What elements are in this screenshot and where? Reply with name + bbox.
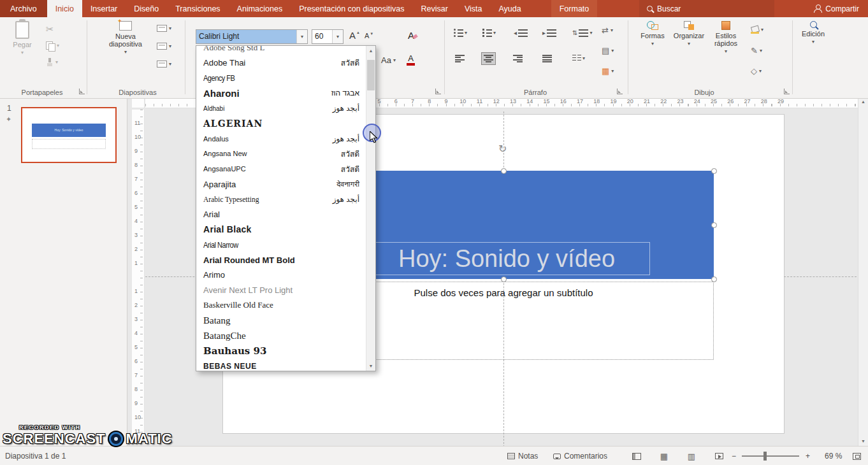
align-right-button[interactable]	[510, 52, 525, 65]
font-dialog-launcher[interactable]	[435, 89, 441, 94]
tab-inicio[interactable]: Inicio	[47, 0, 82, 17]
font-option[interactable]: Andalusأبجد هوز	[203, 131, 362, 147]
font-option[interactable]: Arial Narrow	[203, 237, 362, 252]
zoom-slider-track[interactable]	[742, 455, 799, 457]
justify-button[interactable]	[540, 52, 554, 65]
align-text-button[interactable]: ▤ ▾	[602, 46, 614, 55]
cut-button[interactable]: ✂	[46, 24, 54, 35]
font-dropdown-scrollbar[interactable]: ▲ ▼	[366, 46, 375, 371]
increase-indent-button[interactable]: ▸	[540, 27, 559, 39]
tab-insertar[interactable]: Insertar	[82, 0, 126, 17]
resize-handle-top-right[interactable]	[711, 168, 717, 174]
quick-styles-button[interactable]: Estilos rápidos ▾	[709, 21, 743, 80]
clipboard-dialog-launcher[interactable]	[79, 89, 85, 94]
tab-archivo[interactable]: Archivo	[0, 0, 47, 17]
shape-fill-button[interactable]: ▾	[751, 26, 763, 33]
increase-font-size-button[interactable]: A ▲	[349, 31, 360, 40]
shape-effects-button[interactable]: ◇ ▾	[751, 67, 762, 75]
zoom-slider-thumb[interactable]	[763, 452, 767, 461]
text-direction-button[interactable]: ⇄ ▾	[602, 26, 613, 34]
font-option[interactable]: BatangChe	[203, 328, 362, 343]
font-option[interactable]: Aldhabiأبجد هوز	[203, 101, 362, 116]
decrease-font-size-button[interactable]: A ▼	[365, 32, 373, 40]
rotate-handle-icon[interactable]: ↻	[498, 143, 507, 155]
paragraph-dialog-launcher[interactable]	[617, 89, 623, 94]
convert-smartart-button[interactable]: ▦ ▾	[602, 67, 614, 75]
font-option[interactable]: Aparajitaदेवनागरी	[203, 176, 362, 192]
resize-handle-top-center[interactable]	[501, 168, 507, 174]
font-option[interactable]: Bauhaus 93	[203, 343, 362, 359]
tab-presentacion-con-diapositivas[interactable]: Presentación con diapositivas	[291, 0, 412, 17]
tab-vista[interactable]: Vista	[456, 0, 491, 17]
font-option[interactable]: Arial Black	[203, 222, 362, 238]
tab-revisar[interactable]: Revisar	[413, 0, 456, 17]
font-color-button[interactable]: A	[407, 54, 415, 66]
font-option[interactable]: Avenir Next LT Pro Light	[203, 283, 362, 298]
slide-sorter-view-button[interactable]: ▦	[652, 447, 676, 465]
resize-handle-mid-right[interactable]	[711, 222, 717, 228]
font-option[interactable]: Angsana Newสวัสดี	[203, 147, 362, 162]
columns-button[interactable]: ▾	[570, 52, 588, 64]
font-option[interactable]: Arabic Typesettingأبجد هوز	[203, 192, 362, 207]
resize-handle-bottom-right[interactable]	[711, 276, 717, 282]
drawing-dialog-launcher[interactable]	[784, 89, 790, 94]
line-spacing-button[interactable]: ⇅ ▾	[570, 27, 595, 39]
resize-handle-bottom-center[interactable]	[501, 276, 507, 282]
font-option[interactable]: Aharoniאבגד הוז	[203, 85, 362, 101]
title-text[interactable]: Hoy: Sonido y vídeo	[363, 242, 650, 275]
clear-formatting-button[interactable]: A	[408, 30, 417, 41]
editing-button[interactable]: Edición ▾	[797, 21, 830, 80]
animation-star-icon[interactable]: ✦	[6, 115, 11, 124]
tab-transiciones[interactable]: Transiciones	[167, 0, 228, 17]
scroll-up-icon[interactable]: ▲	[369, 46, 373, 55]
font-size-dropdown-button[interactable]: ▾	[332, 30, 343, 43]
shape-outline-button[interactable]: ✎ ▾	[751, 46, 762, 55]
font-option[interactable]: Baskerville Old Face	[203, 298, 362, 313]
tab-animaciones[interactable]: Animaciones	[229, 0, 291, 17]
zoom-level[interactable]: 69 %	[821, 447, 846, 465]
scrollbar-thumb[interactable]	[367, 60, 375, 90]
zoom-in-button[interactable]: +	[802, 447, 814, 465]
comments-button[interactable]: Comentarios	[549, 447, 611, 465]
editor-vertical-scrollbar[interactable]: ▲ ▼	[858, 97, 868, 446]
font-option[interactable]: BEBAS NEUE	[203, 359, 362, 371]
font-option[interactable]: Arial Rounded MT Bold	[203, 252, 362, 268]
shapes-button[interactable]: Formas ▾	[637, 21, 668, 80]
normal-view-button[interactable]	[625, 447, 649, 465]
tell-me-search[interactable]: Buscar	[639, 0, 774, 17]
slide-layout-button[interactable]: ▾	[157, 25, 171, 32]
scroll-down-icon[interactable]: ▼	[861, 436, 865, 446]
font-option[interactable]: Arial	[203, 207, 362, 222]
change-case-button[interactable]: Aa ▾	[381, 55, 396, 65]
section-button[interactable]: ▾	[157, 61, 171, 68]
paste-button[interactable]: Pegar ▾	[5, 21, 40, 80]
copy-button[interactable]: ▾	[46, 41, 59, 50]
font-option[interactable]: Batang	[203, 313, 362, 328]
reset-slide-button[interactable]: ▾	[157, 43, 171, 50]
align-left-button[interactable]	[452, 52, 467, 65]
arrange-button[interactable]: Organizar ▾	[672, 21, 706, 80]
reading-view-button[interactable]: ▥	[679, 447, 704, 465]
font-option[interactable]: Arimo	[203, 268, 362, 283]
font-option[interactable]: Agency FB	[203, 71, 362, 86]
format-painter-button[interactable]: ▾	[46, 58, 58, 67]
fit-to-window-button[interactable]	[849, 447, 865, 465]
slide-thumbnail[interactable]: Hoy: Sonido y vídeo	[21, 107, 117, 163]
tab-formato[interactable]: Formato	[551, 0, 598, 17]
numbering-button[interactable]: ▾	[480, 27, 498, 39]
font-option[interactable]: AngsanaUPCสวัสดี	[203, 161, 362, 176]
font-option[interactable]: ALGERIAN	[203, 116, 362, 131]
font-name-dropdown-button[interactable]: ▾	[296, 30, 307, 43]
font-option[interactable]: Adobe Song Std L	[203, 46, 362, 55]
tab-diseno[interactable]: Diseño	[126, 0, 167, 17]
share-button[interactable]: Compartir	[808, 0, 864, 17]
bullets-button[interactable]: ▾	[451, 27, 470, 39]
tab-ayuda[interactable]: Ayuda	[491, 0, 530, 17]
align-center-button[interactable]	[481, 52, 496, 65]
font-name-combo[interactable]: Calibri Light ▾	[196, 29, 308, 44]
decrease-indent-button[interactable]: ◂	[511, 27, 530, 39]
new-slide-button[interactable]: ✦ Nueva diapositiva ▾	[102, 21, 149, 80]
zoom-out-button[interactable]: −	[728, 447, 740, 465]
scroll-down-icon[interactable]: ▼	[369, 361, 373, 371]
notes-button[interactable]: Notas	[503, 447, 542, 465]
